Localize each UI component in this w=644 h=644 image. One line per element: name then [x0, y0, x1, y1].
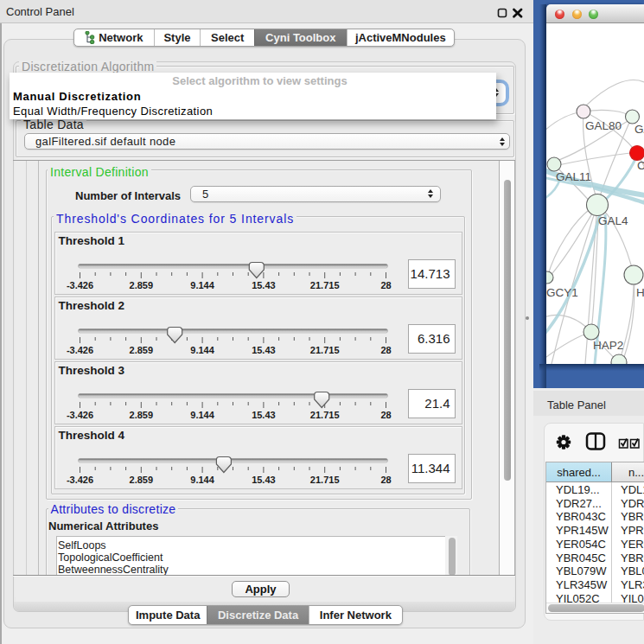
svg-text:28: 28 — [380, 475, 391, 485]
svg-text:-3.426: -3.426 — [66, 280, 92, 290]
svg-text:-3.426: -3.426 — [66, 345, 92, 355]
svg-text:C: C — [637, 159, 644, 172]
svg-text:21.715: 21.715 — [309, 475, 339, 485]
svg-text:21.715: 21.715 — [309, 410, 339, 420]
svg-text:-3.426: -3.426 — [66, 475, 92, 485]
svg-text:2.859: 2.859 — [129, 280, 153, 290]
svg-text:28: 28 — [380, 280, 391, 290]
svg-text:21.715: 21.715 — [309, 345, 339, 355]
svg-text:-3.426: -3.426 — [66, 410, 92, 420]
svg-text:28: 28 — [380, 345, 391, 355]
svg-text:2.859: 2.859 — [129, 345, 153, 355]
svg-text:9.144: 9.144 — [190, 280, 214, 290]
svg-text:15.43: 15.43 — [252, 280, 276, 290]
svg-text:9.144: 9.144 — [190, 345, 214, 355]
svg-text:15.43: 15.43 — [252, 475, 276, 485]
svg-text:28: 28 — [380, 410, 391, 420]
svg-text:15.43: 15.43 — [252, 345, 276, 355]
svg-text:9.144: 9.144 — [190, 410, 214, 420]
svg-text:GAL80: GAL80 — [585, 119, 622, 132]
svg-text:15.43: 15.43 — [252, 410, 276, 420]
svg-text:H: H — [636, 286, 644, 299]
svg-text:9.144: 9.144 — [190, 475, 214, 485]
svg-text:21.715: 21.715 — [309, 280, 339, 290]
svg-text:HAP2: HAP2 — [593, 339, 623, 352]
svg-text:GAL11: GAL11 — [556, 170, 591, 183]
svg-text:GAL: GAL — [634, 123, 644, 136]
svg-text:2.859: 2.859 — [129, 410, 153, 420]
svg-text:2.859: 2.859 — [129, 475, 153, 485]
svg-text:GCY1: GCY1 — [546, 286, 578, 299]
svg-text:GAL4: GAL4 — [598, 214, 628, 227]
